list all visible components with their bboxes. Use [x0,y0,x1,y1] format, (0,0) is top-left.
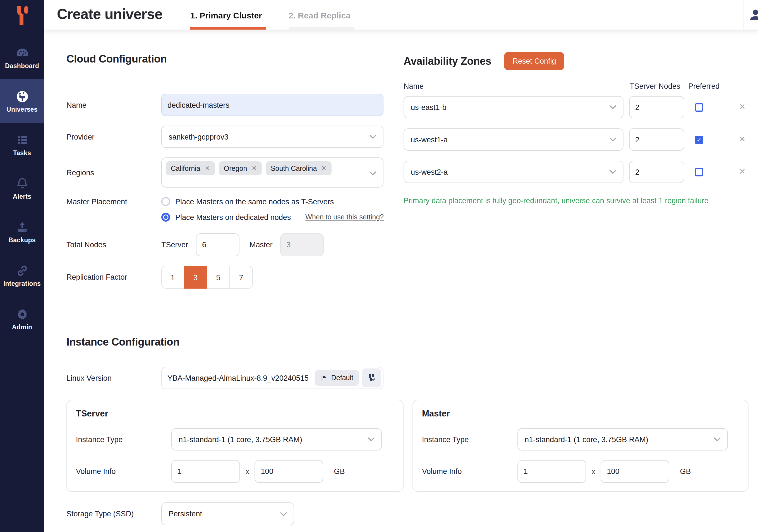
radio-dedicated-nodes-label: Place Masters on dedicated nodes [175,213,291,221]
az-row: us-west1-a ✕ [403,128,758,151]
chevron-down-icon [368,437,374,441]
sidebar-item-label: Integrations [3,280,41,287]
remove-region-icon[interactable]: ✕ [321,165,326,172]
inactive-tab-indicator [289,27,355,30]
availability-zones-heading: Availability Zones [403,55,492,67]
active-tab-indicator [190,27,266,30]
radio-same-nodes[interactable] [161,197,170,206]
chevron-down-icon [369,167,376,178]
remove-region-icon[interactable]: ✕ [252,165,257,172]
universe-name-input[interactable] [161,94,384,116]
instance-configuration-heading: Instance Configuration [66,336,752,348]
regions-multiselect[interactable]: California ✕ Oregon ✕ South Carolina ✕ [161,158,384,188]
instance-type-label: Instance Type [76,435,171,443]
instance-type-value: n1-standard-1 (1 core, 3.75GB RAM) [179,435,302,443]
master-instance-type-select[interactable]: n1-standard-1 (1 core, 3.75GB RAM) [517,428,728,450]
tab-read-replica[interactable]: 2. Read Replica [289,0,355,30]
az-col-preferred: Preferred [688,82,720,90]
az-tserver-nodes-input[interactable] [629,128,684,151]
linux-version-label: Linux Version [66,374,161,382]
tserver-panel: TServer Instance Type n1-standard-1 (1 c… [66,400,403,492]
dashboard-gauge-icon [15,46,29,59]
rf-option-7[interactable]: 7 [230,266,253,289]
sidebar-item-tasks[interactable]: Tasks [0,123,44,166]
sidebar-item-label: Dashboard [5,62,39,69]
create-universe-page: Dashboard Universes Tasks Alerts Backups [0,0,758,532]
tab-primary-cluster[interactable]: 1. Primary Cluster [190,0,266,30]
page-title: Create universe [57,6,162,23]
name-row: Name [66,94,408,116]
remove-zone-icon[interactable]: ✕ [739,134,745,143]
sidebar-item-backups[interactable]: Backups [0,210,44,253]
provider-value: sanketh-gcpprov3 [169,132,228,141]
chevron-down-icon [280,512,287,516]
tserver-instance-type-select[interactable]: n1-standard-1 (1 core, 3.75GB RAM) [171,428,382,450]
remove-zone-icon[interactable]: ✕ [739,102,745,111]
replication-factor-label: Replication Factor [66,273,161,281]
sidebar-item-universes[interactable]: Universes [0,79,44,123]
chevron-down-icon [609,170,616,174]
sidebar-item-dashboard[interactable]: Dashboard [0,36,44,79]
total-nodes-label: Total Nodes [66,241,161,249]
volume-info-label: Volume Info [76,467,171,476]
preferred-checkbox[interactable] [695,136,703,144]
yugabyte-logo[interactable] [0,0,44,36]
linux-version-field[interactable]: YBA-Managed-AlmaLinux-8.9_v20240515 Defa… [161,367,384,389]
provider-select[interactable]: sanketh-gcpprov3 [161,125,384,148]
az-tserver-nodes-input[interactable] [629,96,684,118]
az-name-select[interactable]: us-west1-a [403,128,624,151]
linux-version-picker-button[interactable] [362,369,381,387]
radio-dedicated-nodes[interactable] [161,213,170,222]
replication-factor-segmented: 1 3 5 7 [161,266,253,289]
az-name-select[interactable]: us-west2-a [403,161,624,183]
master-placement-row: Master Placement Place Masters on the sa… [66,197,408,222]
remove-region-icon[interactable]: ✕ [205,165,210,172]
replication-factor-row: Replication Factor 1 3 5 7 [66,266,408,289]
preferred-checkbox[interactable] [695,103,703,112]
reset-config-button[interactable]: Reset Config [504,52,565,70]
rf-option-3[interactable]: 3 [184,266,207,289]
volume-info-label: Volume Info [422,467,517,476]
storage-type-select[interactable]: Persistent [161,502,294,525]
tserver-nodes-input[interactable] [196,233,239,256]
preferred-checkbox[interactable] [695,168,703,176]
user-icon[interactable] [748,7,758,24]
regions-label: Regions [66,168,161,177]
volume-count-input[interactable] [171,460,240,483]
master-count-label: Master [250,241,273,249]
gear-icon [15,307,29,321]
az-row: us-east1-b ✕ [403,96,758,118]
rf-option-1[interactable]: 1 [161,266,184,289]
yb-version-check-icon [367,372,377,384]
rf-option-5[interactable]: 5 [207,266,230,289]
chevron-down-icon [609,138,616,142]
tab-label: 2. Read Replica [289,10,351,20]
az-tserver-nodes-input[interactable] [629,161,684,183]
az-name-select[interactable]: us-east1-b [403,96,624,118]
availability-zones-section: Availability Zones Reset Config Name TSe… [403,52,758,205]
globe-icon [15,89,29,103]
master-instance-type-row: Instance Type n1-standard-1 (1 core, 3.7… [422,428,739,450]
regions-row: Regions California ✕ Oregon ✕ South Caro… [66,158,408,188]
volume-size-input[interactable] [601,460,670,483]
az-column-headers: Name TServer Nodes Preferred [403,82,758,92]
tserver-instance-type-row: Instance Type n1-standard-1 (1 core, 3.7… [76,428,394,450]
storage-type-row: Storage Type (SSD) Persistent [66,502,752,525]
volume-count-input[interactable] [517,460,586,483]
region-chip: Oregon ✕ [219,161,262,175]
volume-unit: GB [680,467,691,476]
volume-size-input[interactable] [255,460,324,483]
storage-type-label: Storage Type (SSD) [66,510,161,518]
remove-zone-icon[interactable]: ✕ [739,167,745,176]
linux-version-row: Linux Version YBA-Managed-AlmaLinux-8.9_… [66,367,752,389]
sidebar-item-admin[interactable]: Admin [0,297,44,340]
provider-label: Provider [66,132,161,141]
sidebar-item-alerts[interactable]: Alerts [0,166,44,210]
region-chip-label: Oregon [224,164,247,172]
instance-type-label: Instance Type [422,435,517,443]
sidebar-item-integrations[interactable]: Integrations [0,253,44,297]
page-header: Create universe 1. Primary Cluster 2. Re… [44,0,758,30]
storage-type-value: Persistent [169,510,202,518]
master-nodes-input [281,233,324,256]
when-to-use-link[interactable]: When to use this setting? [305,213,384,221]
